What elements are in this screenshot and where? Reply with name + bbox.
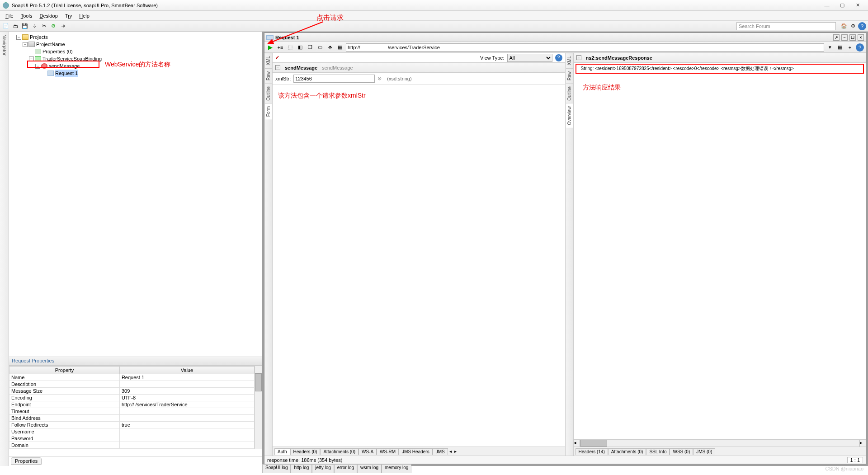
new-window-icon[interactable]: ▭: [316, 43, 324, 52]
table-row[interactable]: EncodingUTF-8: [9, 395, 255, 401]
rbtab-headers[interactable]: Headers (14): [576, 448, 608, 455]
response-collapse-icon[interactable]: −: [576, 55, 581, 60]
tree-binding[interactable]: −TraderServiceSoapBinding: [29, 55, 261, 62]
rbtab-attach[interactable]: Attachments (0): [608, 448, 646, 455]
clone-icon[interactable]: ❐: [306, 43, 314, 52]
viewtype-help-icon[interactable]: ?: [555, 54, 562, 61]
btab-right-icon[interactable]: ▸: [453, 449, 458, 454]
help-icon[interactable]: ?: [858, 22, 866, 30]
settings-icon[interactable]: ⚙: [849, 22, 857, 30]
log-soapui[interactable]: SoapUI log: [262, 464, 291, 473]
table-row[interactable]: Domain: [9, 442, 255, 449]
vtab-res-overview[interactable]: Overview: [566, 103, 573, 128]
props-scrollbar[interactable]: [255, 366, 262, 449]
raw-icon[interactable]: ◧: [296, 43, 304, 52]
vtab-res-xml[interactable]: XML: [566, 53, 573, 68]
log-jetty[interactable]: jetty log: [312, 464, 334, 473]
close-button[interactable]: ✕: [850, 1, 865, 10]
btab-wsa[interactable]: WS-A: [359, 448, 377, 455]
view-type-select[interactable]: All: [507, 54, 552, 62]
rbtab-jms[interactable]: JMS (0): [693, 448, 715, 455]
url-dropdown-icon[interactable]: ▾: [826, 43, 834, 52]
menu-file[interactable]: File: [2, 12, 17, 19]
table-row[interactable]: Follow Redirectstrue: [9, 422, 255, 428]
endpoint-combo[interactable]: [346, 43, 824, 52]
table-row[interactable]: Bind Address: [9, 415, 255, 422]
table-row[interactable]: Message Size309: [9, 388, 255, 395]
navigator-pane: −Projects −ProjectName Properties (0) −T…: [9, 32, 262, 466]
menu-help[interactable]: Help: [75, 12, 93, 19]
vtab-raw[interactable]: Raw: [265, 68, 272, 83]
btab-jms[interactable]: JMS: [433, 448, 448, 455]
response-hscroll[interactable]: ◂▸: [574, 439, 866, 447]
detach-icon[interactable]: ↗: [833, 34, 840, 41]
table-row[interactable]: Timeout: [9, 408, 255, 415]
view-type-label: View Type:: [480, 55, 504, 61]
tool2-icon[interactable]: ▦: [336, 43, 344, 52]
properties-tab[interactable]: Properties: [11, 457, 42, 465]
btab-attach[interactable]: Attachments (0): [320, 448, 359, 455]
log-error[interactable]: error log: [334, 464, 357, 473]
rbtab-wss[interactable]: WSS (0): [670, 448, 693, 455]
menu-try[interactable]: Try: [61, 12, 75, 19]
import-icon[interactable]: ⇩: [30, 22, 38, 30]
min-icon[interactable]: –: [841, 34, 848, 41]
param-input[interactable]: [293, 75, 375, 83]
log-wsrm[interactable]: wsrm log: [357, 464, 382, 473]
tree-properties[interactable]: Properties (0): [29, 48, 261, 55]
collapse-icon[interactable]: −: [275, 65, 280, 70]
tree-projects[interactable]: −Projects: [16, 33, 261, 41]
add-assertion-icon[interactable]: +≡: [276, 43, 284, 52]
menu-tools[interactable]: Tools: [17, 12, 36, 19]
soap-icon[interactable]: ⬚: [286, 43, 294, 52]
navigator-tab[interactable]: Navigator: [0, 32, 9, 466]
col-value: Value: [119, 367, 254, 374]
request-window-titlebar[interactable]: Request 1 ↗ – ☐ ×: [264, 33, 866, 42]
btab-headers[interactable]: Headers (0): [290, 448, 321, 455]
help2-icon[interactable]: ?: [856, 43, 864, 52]
table-row[interactable]: Description: [9, 381, 255, 388]
vtab-outline[interactable]: Outline: [265, 83, 272, 103]
minimize-button[interactable]: —: [819, 1, 835, 10]
submit-button[interactable]: ▶: [266, 43, 274, 52]
close-icon[interactable]: ×: [858, 34, 864, 41]
vtab-res-raw[interactable]: Raw: [566, 68, 573, 83]
menu-desktop[interactable]: Desktop: [36, 12, 61, 19]
table-row[interactable]: Username: [9, 428, 255, 435]
btab-auth[interactable]: Auth: [274, 448, 290, 455]
request-body: 该方法包含一个请求参数xmlStr: [273, 85, 565, 447]
gear-icon[interactable]: ⚙: [49, 22, 57, 30]
log-http[interactable]: http log: [291, 464, 312, 473]
btab-wsrm[interactable]: WS-RM: [377, 448, 399, 455]
table-row[interactable]: Endpointhttp:// /services/TraderService: [9, 401, 255, 408]
arrow-icon[interactable]: ➜: [59, 22, 67, 30]
maximize-button[interactable]: ▢: [835, 1, 850, 10]
max-icon[interactable]: ☐: [849, 34, 856, 41]
zoom-ratio[interactable]: 1 : 1: [847, 457, 863, 463]
tree-operation[interactable]: −sendMessage: [35, 62, 261, 70]
table-row[interactable]: Password: [9, 435, 255, 442]
folder-icon[interactable]: 🗀: [11, 22, 19, 30]
add-endpoint-icon[interactable]: +: [846, 43, 854, 52]
btab-jmsh[interactable]: JMS Headers: [399, 448, 433, 455]
log-tabs: SoapUI log http log jetty log error log …: [262, 464, 865, 473]
rbtab-ssl[interactable]: SSL Info: [646, 448, 670, 455]
tree-project[interactable]: −ProjectName: [23, 41, 261, 48]
tool-icon[interactable]: ✂: [40, 22, 48, 30]
tree-request[interactable]: Request 1: [42, 70, 261, 77]
clear-icon[interactable]: ⊘: [377, 75, 382, 81]
table-row[interactable]: NameRequest 1: [9, 374, 255, 381]
tool1-icon[interactable]: ⬘: [326, 43, 334, 52]
vtab-xml[interactable]: XML: [265, 53, 272, 68]
search-forum-input[interactable]: Search Forum: [736, 22, 836, 30]
home-icon[interactable]: 🏠: [840, 22, 848, 30]
new-icon[interactable]: 📄: [2, 22, 10, 30]
vtab-form[interactable]: Form: [265, 103, 272, 119]
tool3-icon[interactable]: ▦: [836, 43, 844, 52]
response-header: − ns2:sendMessageResponse: [574, 53, 866, 63]
save-icon[interactable]: 💾: [21, 22, 29, 30]
vtab-res-outline[interactable]: Outline: [566, 83, 573, 103]
btab-left-icon[interactable]: ◂: [448, 449, 453, 454]
log-memory[interactable]: memory log: [382, 464, 411, 473]
response-string: String: <resident>1695087972825</residen…: [578, 64, 797, 73]
